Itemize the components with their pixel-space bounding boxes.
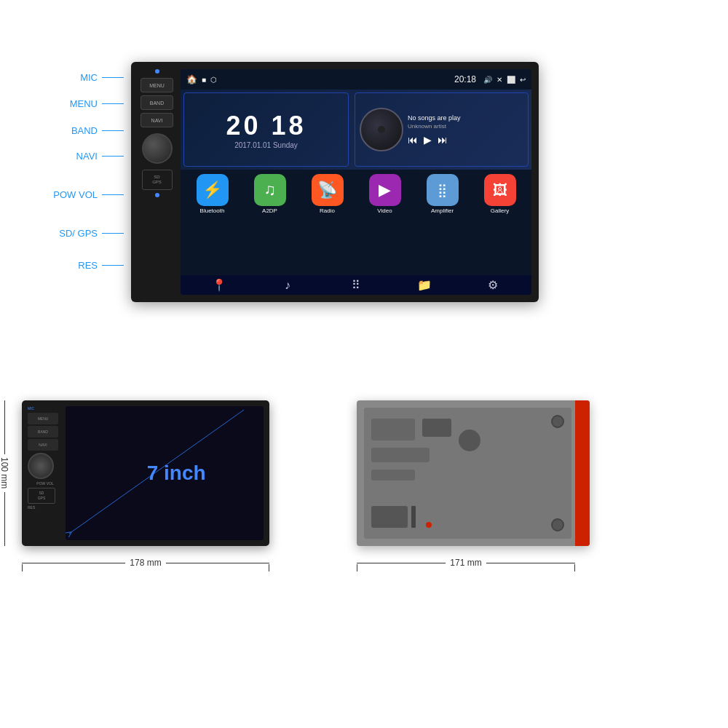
left-labels: MIC MENU BAND NAVI POW VOL	[44, 62, 124, 302]
dim-h-tick-right	[269, 564, 269, 571]
radio-unit-top: MENU BAND NAVI SD GPS 🏠 ■ ⬡ 20:18 🔊 ✕ ⬜ …	[131, 62, 539, 302]
back-slot-1	[371, 506, 408, 528]
front-sd-slot: SD GPS	[28, 488, 55, 504]
radio-app[interactable]: 📡 Radio	[300, 174, 355, 271]
home-icon[interactable]: 🏠	[186, 74, 197, 84]
radio-label: Radio	[320, 207, 335, 214]
res-indicator	[155, 193, 159, 197]
music-title: No songs are play	[408, 114, 523, 122]
back-red-dot	[426, 522, 432, 528]
dim-line-top	[4, 400, 5, 454]
front-mic-label: MIC	[28, 406, 63, 411]
dim-h-line-right	[166, 563, 269, 563]
dim-h-line-left	[22, 563, 125, 563]
album-art	[360, 108, 403, 151]
amplifier-icon-bg: ⣿	[427, 174, 459, 206]
play-button[interactable]: ▶	[424, 134, 432, 146]
sd-gps-slot[interactable]: SD GPS	[142, 170, 173, 190]
video-app[interactable]: ▶ Video	[357, 174, 412, 271]
maps-icon[interactable]: 📍	[185, 278, 253, 292]
usb-icon: ⬡	[210, 76, 217, 84]
front-left-panel: MIC MENU BAND NAVI POW VOL SD GPS RES	[28, 406, 63, 540]
width-dimension: 178 mm	[22, 558, 269, 568]
video-label: Video	[377, 207, 392, 214]
bottom-bar: 📍 ♪ ⠿ 📁 ⚙	[181, 275, 531, 295]
front-band-btn: BAND	[28, 426, 58, 438]
files-icon[interactable]: 📁	[390, 278, 459, 292]
status-bar: 🏠 ■ ⬡ 20:18 🔊 ✕ ⬜ ↩	[181, 69, 531, 90]
back-red-strip	[575, 400, 590, 546]
close-icon[interactable]: ✕	[496, 76, 502, 84]
sdgps-text: SD/ GPS	[59, 228, 98, 239]
prev-button[interactable]: ⏮	[408, 134, 418, 146]
navi-button[interactable]: NAVI	[141, 113, 173, 127]
music-controls: ⏮ ▶ ⏭	[408, 134, 523, 146]
clock-date: 2017.01.01 Sunday	[234, 141, 298, 149]
back-dim-tick-left	[357, 564, 357, 571]
sdgps-label: SD/ GPS	[44, 228, 124, 239]
apps-grid: ⚡ Bluetooth ♫ A2DP 📡	[181, 170, 531, 275]
menu-label: MENU	[44, 98, 124, 109]
mic-line	[102, 77, 124, 78]
back-dim-line-left	[357, 563, 446, 563]
navi-text: NAVI	[76, 151, 98, 162]
screen-content: 20 18 2017.01.01 Sunday No songs are pla…	[181, 90, 531, 295]
back-screw-1	[551, 415, 564, 428]
bluetooth-app[interactable]: ⚡ Bluetooth	[185, 174, 240, 271]
a2dp-app[interactable]: ♫ A2DP	[242, 174, 297, 271]
gallery-label: Gallery	[491, 207, 509, 214]
menu-button[interactable]: MENU	[141, 78, 173, 92]
back-screw-2	[551, 518, 564, 531]
band-text: BAND	[71, 125, 98, 136]
back-view-section: 171 mm	[357, 400, 706, 546]
apps-icon[interactable]: ⠿	[322, 278, 390, 292]
back-slot-2	[411, 506, 416, 528]
front-menu-btn: MENU	[28, 413, 58, 424]
back-dim-line-right	[486, 563, 575, 563]
clock-widget: 20 18 2017.01.01 Sunday	[183, 92, 349, 167]
music-widget: No songs are play Unknown artist ⏮ ▶ ⏭	[355, 92, 529, 167]
front-radio-unit: MIC MENU BAND NAVI POW VOL SD GPS RES	[22, 400, 269, 546]
navi-label: NAVI	[44, 151, 124, 162]
front-width-label: 178 mm	[125, 558, 165, 568]
top-section: MIC MENU BAND NAVI POW VOL	[44, 44, 684, 320]
height-label: 100 mm	[0, 454, 12, 491]
volume-icon[interactable]: 🔊	[483, 76, 492, 84]
front-knob	[28, 453, 54, 479]
front-navi-btn: NAVI	[28, 439, 58, 451]
mic-indicator	[155, 69, 159, 74]
powvol-line	[102, 194, 124, 195]
band-label: BAND	[44, 125, 124, 136]
clock-time: 20 18	[226, 111, 306, 141]
music-note-icon[interactable]: ♪	[253, 278, 322, 292]
gallery-app[interactable]: 🖼 Gallery	[472, 174, 527, 271]
band-button[interactable]: BAND	[141, 95, 173, 110]
front-powvol-label: POW VOL	[28, 481, 63, 486]
gallery-icon-bg: 🖼	[484, 174, 516, 206]
video-icon-bg: ▶	[369, 174, 401, 206]
settings-icon[interactable]: ⚙	[459, 278, 527, 292]
band-line	[102, 130, 124, 131]
radio-icon-bg: 📡	[312, 174, 344, 206]
square-icon: ■	[202, 76, 206, 84]
back-width-dimension: 171 mm	[357, 558, 575, 568]
bluetooth-icon-bg: ⚡	[197, 174, 229, 206]
music-artist: Unknown artist	[408, 123, 523, 130]
powvol-knob[interactable]	[142, 133, 173, 164]
bottom-section: 100 mm MIC MENU BAND NAVI POW VOL SD GPS…	[22, 371, 706, 699]
amplifier-app[interactable]: ⣿ Amplifier	[415, 174, 470, 271]
window-icon[interactable]: ⬜	[507, 76, 515, 84]
back-icon[interactable]: ↩	[520, 76, 526, 84]
front-res-label: RES	[28, 505, 63, 510]
menu-text: MENU	[70, 98, 98, 109]
height-dimension: 100 mm	[0, 400, 12, 546]
back-pcb	[364, 408, 571, 539]
res-line	[102, 265, 124, 266]
mic-text: MIC	[80, 72, 98, 83]
res-text: RES	[78, 260, 98, 271]
status-time: 20:18	[454, 74, 476, 84]
front-screen: 7 inch	[66, 406, 264, 540]
next-button[interactable]: ⏭	[438, 134, 448, 146]
back-width-label: 171 mm	[446, 558, 486, 568]
dim-h-tick-left	[22, 564, 23, 571]
